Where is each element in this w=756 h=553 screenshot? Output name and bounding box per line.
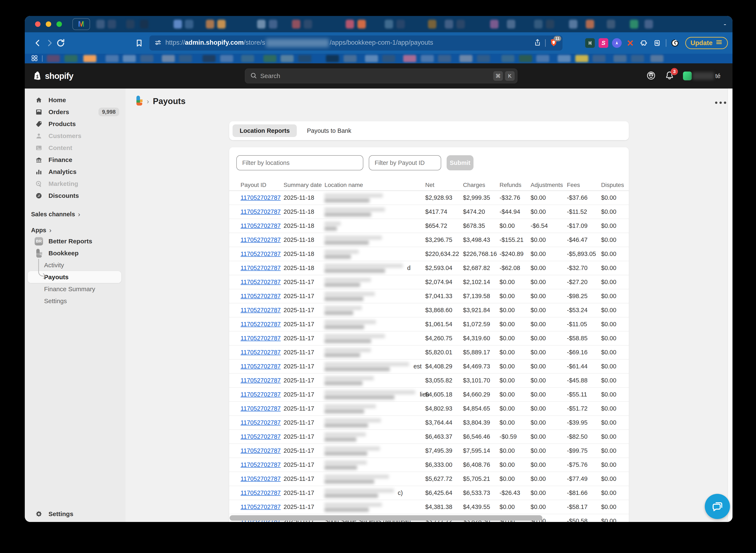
bookmark-favicon[interactable] <box>365 55 378 62</box>
sidebar-item-discounts[interactable]: Discounts <box>25 190 126 202</box>
tab-payouts-to-bank[interactable]: Payouts to Bank <box>300 125 358 137</box>
tab-favicon[interactable] <box>358 20 366 28</box>
tab-favicon[interactable] <box>126 20 135 28</box>
sidebar-subitem-finance-summary[interactable]: Finance Summary <box>25 283 126 295</box>
payout-id-link[interactable]: 117052702787 <box>240 264 281 271</box>
tab-favicon[interactable] <box>546 20 554 28</box>
sidebar-item-analytics[interactable]: Analytics <box>25 166 126 178</box>
bookmark-favicon[interactable] <box>179 55 192 62</box>
payout-id-link[interactable]: 117052702787 <box>240 321 281 327</box>
share-icon[interactable] <box>533 38 542 48</box>
extension-swirl-icon[interactable] <box>670 38 680 48</box>
bookmark-favicon[interactable] <box>631 55 644 62</box>
sidebar-item-content[interactable]: Content <box>25 142 126 154</box>
tab-location-reports[interactable]: Location Reports <box>233 125 297 137</box>
sidebar-item-settings[interactable]: Settings <box>25 508 126 520</box>
sidebar-subitem-payouts[interactable]: Payouts <box>28 271 121 283</box>
notifications-bell-icon[interactable]: 3 <box>665 71 675 81</box>
tab-favicon[interactable] <box>630 20 638 28</box>
bookkeep-logo[interactable] <box>135 96 143 106</box>
active-pinned-tab[interactable]: M <box>72 18 90 30</box>
payout-id-link[interactable]: 117052702787 <box>240 419 281 426</box>
bookmark-favicon[interactable] <box>123 55 136 62</box>
tab-favicon[interactable] <box>456 20 465 28</box>
brave-shield-icon[interactable]: 11 <box>549 38 558 48</box>
scrollbar-thumb[interactable] <box>230 515 542 521</box>
tab-favicon[interactable] <box>173 20 182 28</box>
bookmark-favicon[interactable] <box>421 55 434 62</box>
bookmark-favicon[interactable] <box>344 55 357 62</box>
minimize-window-button[interactable] <box>46 21 51 27</box>
tab-favicon[interactable] <box>346 20 354 28</box>
bookmark-favicon[interactable] <box>241 55 254 62</box>
sidebar-subitem-settings[interactable]: Settings <box>25 295 126 307</box>
tab-favicon[interactable] <box>645 20 653 28</box>
store-switcher[interactable]: té <box>683 72 721 80</box>
tab-favicon[interactable] <box>206 20 214 28</box>
bookmark-favicon[interactable] <box>477 55 490 62</box>
reader-mode-icon[interactable] <box>652 38 662 48</box>
tab-favicon[interactable] <box>257 20 266 28</box>
bookmark-favicon[interactable] <box>502 55 514 62</box>
search-input[interactable] <box>260 72 491 80</box>
payout-id-link[interactable]: 117052702787 <box>240 250 281 257</box>
filter-payout-id-input[interactable] <box>369 155 441 170</box>
tab-favicon[interactable] <box>108 20 116 28</box>
bookmark-favicon[interactable] <box>575 55 588 62</box>
bookmark-favicon[interactable] <box>326 55 339 62</box>
tab-favicon[interactable] <box>217 20 226 28</box>
more-actions-button[interactable] <box>715 101 726 104</box>
sidebar-item-home[interactable]: Home <box>25 94 126 106</box>
extension-green-icon[interactable] <box>585 38 595 48</box>
bookmark-favicon[interactable] <box>263 55 277 62</box>
bookmark-favicon[interactable] <box>403 55 416 62</box>
bookmark-favicon[interactable] <box>558 55 571 62</box>
back-icon[interactable] <box>32 37 44 49</box>
sidebar-section-apps[interactable]: Apps› <box>25 225 126 235</box>
tab-favicon[interactable] <box>185 20 193 28</box>
tab-favicon[interactable] <box>534 20 542 28</box>
extensions-puzzle-icon[interactable] <box>639 38 649 48</box>
payout-id-link[interactable]: 117052702787 <box>240 363 281 370</box>
payout-id-link[interactable]: 117052702787 <box>240 293 281 299</box>
tab-favicon[interactable] <box>96 20 105 28</box>
horizontal-scrollbar[interactable] <box>227 515 626 521</box>
bookmark-favicon[interactable] <box>64 55 77 62</box>
sidebar-subitem-activity[interactable]: Activity <box>25 259 126 271</box>
payout-id-link[interactable]: 117052702787 <box>240 475 281 482</box>
bookmark-favicon[interactable] <box>83 55 96 62</box>
forward-icon[interactable] <box>44 37 55 49</box>
bookmark-favicon[interactable] <box>298 55 311 62</box>
bookmark-favicon[interactable] <box>220 55 233 62</box>
bookmark-favicon[interactable] <box>105 55 119 62</box>
tab-favicon[interactable] <box>607 20 615 28</box>
bookmark-favicon[interactable] <box>438 55 451 62</box>
sidekick-face-icon[interactable] <box>646 71 656 81</box>
bookmark-favicon[interactable] <box>536 55 549 62</box>
chat-fab-button[interactable] <box>705 494 730 519</box>
tab-favicon[interactable] <box>292 20 300 28</box>
tab-favicon[interactable] <box>428 20 436 28</box>
payout-id-link[interactable]: 117052702787 <box>240 307 281 313</box>
bookmark-favicon[interactable] <box>162 55 175 62</box>
bookmark-icon[interactable] <box>134 37 145 49</box>
tab-favicon[interactable] <box>586 20 594 28</box>
bookmark-favicon[interactable] <box>459 55 472 62</box>
payout-id-link[interactable]: 117052702787 <box>240 377 281 384</box>
sidebar-item-orders[interactable]: Orders 9,998 <box>25 106 126 118</box>
tab-favicon[interactable] <box>140 20 148 28</box>
sidebar-item-bookkeep[interactable]: Bookkeep <box>25 247 126 259</box>
payout-id-link[interactable]: 117052702787 <box>240 461 281 468</box>
extension-pink-icon[interactable]: S <box>599 38 608 48</box>
tab-favicon[interactable] <box>507 20 515 28</box>
payout-id-link[interactable]: 117052702787 <box>240 335 281 341</box>
payout-id-link[interactable]: 117052702787 <box>240 391 281 398</box>
payout-id-link[interactable]: 117052702787 <box>240 349 281 356</box>
vertical-scrollbar-track[interactable] <box>728 88 733 522</box>
bookmark-favicon[interactable] <box>203 55 216 62</box>
apps-grid-icon[interactable] <box>31 54 38 63</box>
tab-favicon[interactable] <box>396 20 405 28</box>
payout-id-link[interactable]: 117052702787 <box>240 279 281 285</box>
extension-x-icon[interactable] <box>625 38 635 48</box>
payout-id-link[interactable]: 117052702787 <box>240 433 281 440</box>
